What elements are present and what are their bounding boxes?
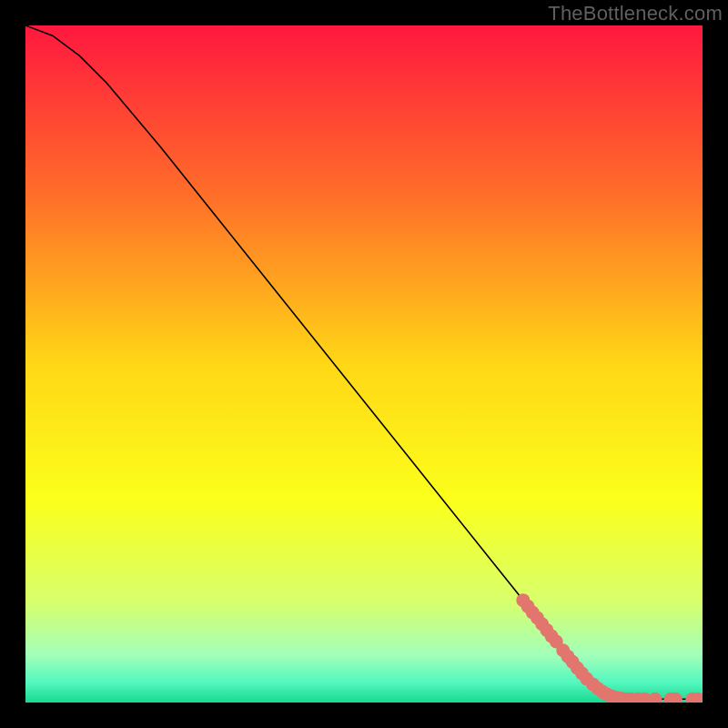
plot-area <box>25 25 703 703</box>
gradient-background <box>25 25 703 703</box>
chart-svg <box>25 25 703 703</box>
attribution-label: TheBottleneck.com <box>548 2 723 25</box>
chart-frame: TheBottleneck.com <box>0 0 728 728</box>
